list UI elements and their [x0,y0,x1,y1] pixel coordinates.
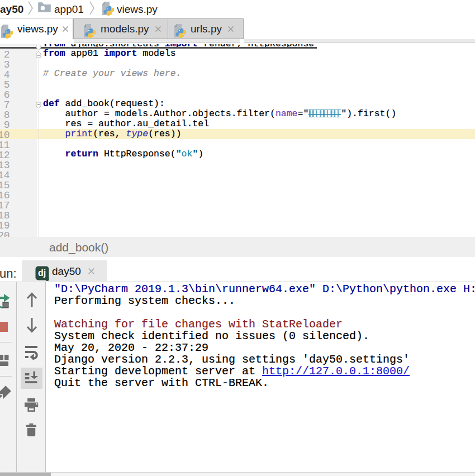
svg-text:dj: dj [38,268,46,278]
